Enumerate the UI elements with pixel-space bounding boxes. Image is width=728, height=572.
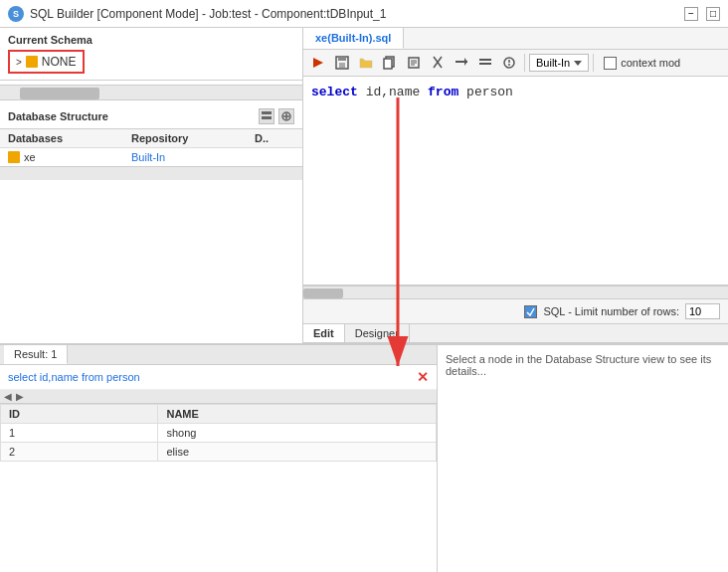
svg-rect-20 <box>479 63 491 65</box>
toolbar-separator-2 <box>593 54 594 72</box>
scroll-left-arrow[interactable]: ◀ <box>2 391 14 402</box>
info-section: Select a node in the Database Structure … <box>438 345 728 572</box>
db-row-repository: Built-In <box>131 151 255 163</box>
title-bar-left: S SQL Builder [Component Mode] - Job:tes… <box>8 6 386 22</box>
svg-rect-10 <box>384 59 392 69</box>
minimize-button[interactable]: − <box>684 7 698 21</box>
upper-area: Current Schema > NONE Database Structure <box>0 28 728 343</box>
context-mode-checkbox[interactable] <box>604 57 617 70</box>
toolbar-builtin-label: Built-In <box>536 57 570 69</box>
svg-rect-7 <box>338 57 346 61</box>
db-structure-icon-2[interactable] <box>278 108 294 124</box>
result-tab-1[interactable]: Result: 1 <box>4 345 68 364</box>
sql-columns: id,name <box>366 85 428 99</box>
schema-section: Current Schema > NONE <box>0 28 302 81</box>
edit-tab-edit[interactable]: Edit <box>303 324 345 342</box>
svg-marker-5 <box>313 58 323 68</box>
app-icon: S <box>8 6 24 22</box>
edit-tab-bar: Edit Designer <box>303 324 728 343</box>
content-wrapper: Current Schema > NONE Database Structure <box>0 28 728 572</box>
bottom-panel: Result: 1 select id,name from person ✕ ◀… <box>0 343 728 572</box>
toolbar-run-btn[interactable] <box>307 52 329 74</box>
svg-marker-18 <box>464 58 467 66</box>
toolbar-btn-8[interactable] <box>474 52 496 74</box>
schema-scrollbar[interactable] <box>0 85 302 100</box>
maximize-button[interactable]: □ <box>706 7 720 21</box>
window-controls: − □ <box>684 7 720 21</box>
result-cell-1-id: 2 <box>1 443 158 462</box>
result-col-name: NAME <box>158 405 437 424</box>
title-bar: S SQL Builder [Component Mode] - Job:tes… <box>0 0 728 28</box>
right-panel: xe(Built-In).sql <box>303 28 728 343</box>
result-table: ID NAME 1 shong 2 elise <box>0 404 437 462</box>
info-text: Select a node in the Database Structure … <box>446 353 711 377</box>
db-structure-title: Database Structure <box>8 110 108 122</box>
result-row-0: 1 shong <box>1 424 437 443</box>
db-col-d: D.. <box>255 132 294 144</box>
scroll-right-arrow[interactable]: ▶ <box>14 391 26 402</box>
schema-section-label: Current Schema <box>8 34 294 46</box>
schema-name: NONE <box>42 55 77 69</box>
sql-h-scrollbar[interactable] <box>303 286 728 299</box>
limit-value-input[interactable] <box>685 303 720 319</box>
result-table-area: ID NAME 1 shong 2 elise <box>0 404 437 572</box>
limit-label: SQL - Limit number of rows: <box>543 305 679 317</box>
toolbar-btn-9[interactable] <box>498 52 520 74</box>
window-title: SQL Builder [Component Mode] - Job:test … <box>30 7 386 21</box>
result-section: Result: 1 select id,name from person ✕ ◀… <box>0 345 438 572</box>
svg-point-23 <box>508 64 510 66</box>
db-structure-bottom-scroll[interactable] <box>0 166 302 180</box>
toolbar-btn-7[interactable] <box>451 52 472 74</box>
limit-row: SQL - Limit number of rows: <box>303 299 728 324</box>
sql-h-scrollbar-thumb <box>303 288 343 298</box>
result-close-btn[interactable]: ✕ <box>417 369 429 385</box>
schema-arrow: > <box>16 57 22 68</box>
result-query-row: select id,name from person ✕ <box>0 365 437 390</box>
left-panel: Current Schema > NONE Database Structure <box>0 28 303 343</box>
schema-db-icon <box>26 56 38 68</box>
result-col-id: ID <box>1 405 158 424</box>
svg-rect-19 <box>479 59 491 61</box>
schema-item[interactable]: > NONE <box>8 50 85 74</box>
db-structure-header: Database Structure <box>0 104 302 129</box>
result-cell-0-name: shong <box>158 424 437 443</box>
tab-sql[interactable]: xe(Built-In).sql <box>303 28 404 49</box>
toolbar-cut-btn[interactable] <box>427 52 449 74</box>
limit-checkbox[interactable] <box>524 305 537 318</box>
toolbar-paste-btn[interactable] <box>403 52 425 74</box>
result-cell-0-id: 1 <box>1 424 158 443</box>
toolbar-copy-btn[interactable] <box>379 52 401 74</box>
db-row-db-name: xe <box>24 151 36 163</box>
db-col-databases: Databases <box>8 132 131 144</box>
tab-bar: xe(Built-In).sql <box>303 28 728 50</box>
db-table-header: Databases Repository D.. <box>0 129 302 148</box>
schema-scrollbar-thumb <box>20 88 99 99</box>
toolbar-context-checkbox-group: context mod <box>604 57 680 70</box>
sql-select-keyword: select <box>311 85 358 99</box>
sql-table: person <box>466 85 513 99</box>
toolbar: Built-In context mod <box>303 50 728 77</box>
result-tab-bar: Result: 1 <box>0 345 437 365</box>
db-structure-row[interactable]: xe Built-In <box>0 148 302 166</box>
toolbar-separator <box>524 54 525 72</box>
result-cell-1-name: elise <box>158 443 437 462</box>
toolbar-open-btn[interactable] <box>355 52 377 74</box>
svg-rect-0 <box>262 111 272 114</box>
svg-rect-8 <box>339 63 345 68</box>
result-h-scroll[interactable]: ◀ ▶ <box>0 390 437 404</box>
edit-tab-designer[interactable]: Designer <box>345 324 410 342</box>
svg-rect-1 <box>262 116 272 119</box>
context-mode-label: context mod <box>621 57 680 69</box>
db-structure-section: Database Structure Databases Repository … <box>0 104 302 343</box>
sql-editor[interactable]: select id,name from person <box>303 77 728 286</box>
toolbar-builtin-dropdown[interactable]: Built-In <box>529 54 589 72</box>
svg-marker-24 <box>574 61 582 66</box>
db-structure-icon-1[interactable] <box>259 108 274 124</box>
db-row-name-cell: xe <box>8 151 131 163</box>
result-query-text: select id,name from person <box>8 371 140 383</box>
db-row-icon <box>8 151 20 163</box>
db-structure-icons <box>259 108 294 124</box>
toolbar-save-btn[interactable] <box>331 52 353 74</box>
sql-from-keyword: from <box>428 85 458 99</box>
result-row-1: 2 elise <box>1 443 437 462</box>
